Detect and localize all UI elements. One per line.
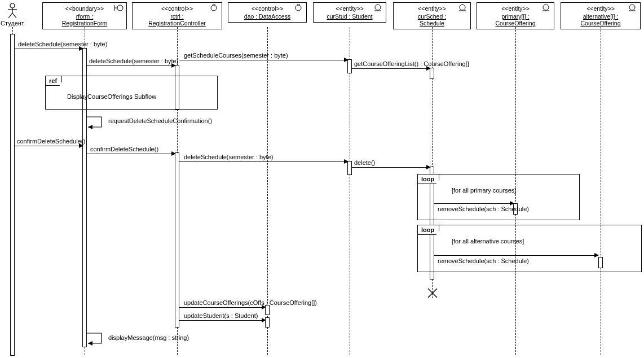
svg-point-7 bbox=[117, 5, 123, 11]
arrow-head-icon bbox=[426, 165, 431, 169]
msg-update-student: updateStudent(s : Student) bbox=[184, 312, 258, 319]
entity-icon bbox=[627, 4, 638, 12]
fragment-ref-text: DisplayCourseOfferings Subflow bbox=[67, 93, 156, 100]
msg-update-course-offerings: updateCourseOfferings(cOffs : CourseOffe… bbox=[184, 299, 317, 306]
head-dao: <<control>> dao : DataAccess bbox=[228, 2, 307, 23]
svg-line-4 bbox=[12, 13, 16, 18]
boundary-icon bbox=[113, 4, 124, 12]
head-rform: <<boundary>> rform : RegistrationForm bbox=[42, 2, 127, 29]
svg-point-16 bbox=[629, 5, 635, 10]
arrow-head-icon bbox=[344, 159, 349, 164]
fragment-label: loop bbox=[417, 225, 439, 235]
fragment-label: ref bbox=[45, 76, 62, 86]
loop-guard: [for all alternative courses] bbox=[452, 238, 524, 245]
arrow-head-icon bbox=[171, 151, 176, 156]
sequence-diagram: Студент <<boundary>> rform : Registratio… bbox=[0, 0, 644, 358]
arrow-head-icon bbox=[594, 253, 599, 257]
arrow-head-icon bbox=[262, 305, 266, 309]
arrow bbox=[87, 154, 174, 154]
destroy-icon bbox=[427, 288, 438, 301]
arrow-head-icon bbox=[79, 46, 83, 51]
svg-point-12 bbox=[460, 5, 465, 10]
arrow-head-icon bbox=[510, 201, 514, 206]
msg-delete-schedule-3: deleteSchedule(semester : byte) bbox=[184, 154, 273, 160]
arrow bbox=[15, 49, 81, 49]
self-arrow-icon bbox=[85, 332, 107, 348]
arrow bbox=[179, 161, 346, 162]
svg-point-8 bbox=[211, 5, 217, 11]
svg-point-9 bbox=[295, 5, 301, 11]
fragment-loop-alt: loop [for all alternative courses] bbox=[417, 225, 642, 272]
loop-guard: [for all primary courses] bbox=[452, 187, 516, 194]
arrow bbox=[179, 60, 346, 60]
actor-student: Студент bbox=[0, 3, 25, 27]
head-alt: <<entity>> alternative[i] : CourseOfferi… bbox=[561, 2, 641, 29]
svg-marker-18 bbox=[88, 125, 92, 129]
actor-icon bbox=[7, 3, 18, 19]
msg-get-schedule-courses: getScheduleCourses(semester : byte) bbox=[184, 52, 288, 59]
arrow bbox=[352, 68, 429, 69]
entity-icon bbox=[372, 4, 383, 12]
fragment-loop-primary: loop [for all primary courses] bbox=[417, 174, 580, 220]
head-primary: <<entity>> primary[i] : CourseOffering bbox=[477, 2, 554, 29]
arrow bbox=[179, 307, 264, 308]
entity-icon bbox=[540, 4, 552, 12]
lifeline-alt bbox=[601, 27, 601, 355]
svg-point-14 bbox=[543, 5, 549, 10]
msg-delete-schedule-2: deleteSchedule(semester : byte) bbox=[89, 58, 178, 64]
svg-point-10 bbox=[375, 5, 381, 10]
head-cursched: <<entity>> curSched : Schedule bbox=[393, 2, 471, 29]
msg-request-confirm: requestDeleteScheduleConfirmation() bbox=[108, 117, 212, 124]
entity-icon bbox=[457, 4, 468, 12]
msg-get-course-offering-list: getCourseOfferingList() : CourseOffering… bbox=[354, 60, 469, 67]
svg-line-3 bbox=[8, 13, 12, 18]
self-arrow-icon bbox=[85, 116, 107, 132]
head-rctrl: <<control>> rctrl : RegistrationControll… bbox=[132, 2, 222, 29]
arrow bbox=[179, 320, 264, 321]
lifeline-curstud bbox=[350, 27, 350, 355]
head-curstud: <<entity>> curStud : Student bbox=[313, 2, 386, 23]
arrow-head-icon bbox=[79, 143, 83, 148]
arrow-head-icon bbox=[262, 318, 266, 322]
activation bbox=[10, 34, 15, 356]
msg-delete-schedule-1: deleteSchedule(semester : byte) bbox=[18, 41, 107, 47]
fragment-label: loop bbox=[417, 174, 439, 184]
msg-remove-schedule-primary: removeSchedule(sch : Schedule) bbox=[438, 206, 529, 212]
actor-label: Студент bbox=[0, 20, 25, 27]
control-icon bbox=[208, 4, 219, 12]
msg-confirm-delete-2: confirmDeleteSchedule() bbox=[90, 146, 158, 152]
arrow-head-icon bbox=[171, 63, 176, 68]
activation bbox=[175, 152, 179, 328]
control-icon bbox=[293, 4, 304, 12]
msg-remove-schedule-alt: removeSchedule(sch : Schedule) bbox=[438, 257, 529, 264]
arrow-head-icon bbox=[426, 66, 431, 71]
svg-point-0 bbox=[10, 3, 15, 8]
msg-delete: delete() bbox=[354, 159, 375, 166]
arrow bbox=[87, 66, 174, 66]
arrow bbox=[352, 167, 429, 168]
arrow bbox=[15, 146, 81, 146]
msg-display-message: displayMessage(msg : string) bbox=[108, 334, 189, 341]
msg-confirm-delete-1: confirmDeleteSchedule() bbox=[17, 138, 85, 145]
arrow bbox=[434, 203, 512, 204]
arrow bbox=[434, 255, 597, 256]
svg-marker-21 bbox=[88, 341, 92, 346]
arrow-head-icon bbox=[344, 58, 349, 62]
fragment-ref: ref DisplayCourseOfferings Subflow bbox=[45, 76, 218, 110]
